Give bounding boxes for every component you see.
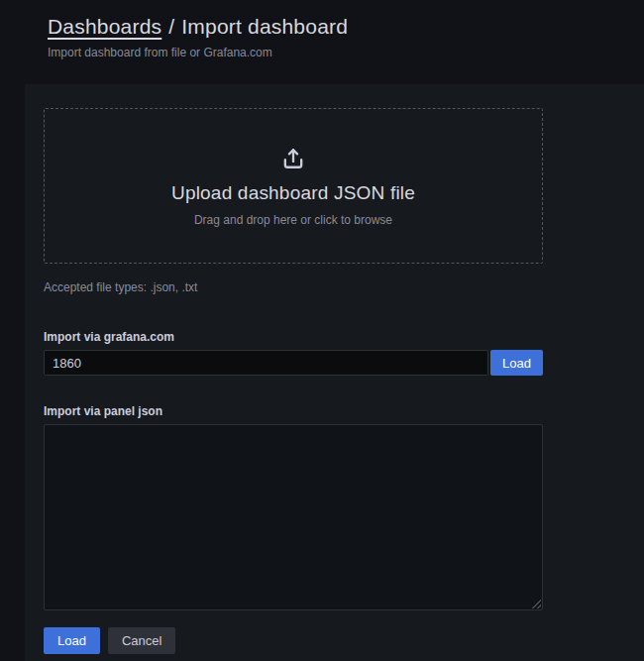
grafana-com-label: Import via grafana.com <box>44 330 543 344</box>
page-header: Dashboards/Import dashboard Import dashb… <box>0 0 644 84</box>
cancel-button[interactable]: Cancel <box>108 627 175 654</box>
page-subtitle: Import dashboard from file or Grafana.co… <box>48 46 644 59</box>
breadcrumb: Dashboards/Import dashboard <box>48 15 644 39</box>
dropzone-title: Upload dashboard JSON file <box>171 182 415 204</box>
breadcrumb-separator: / <box>168 15 174 38</box>
grafana-com-row: Load <box>44 350 543 376</box>
accepted-file-types: Accepted file types: .json, .txt <box>44 280 543 294</box>
panel-json-textarea-wrap <box>44 424 543 610</box>
panel-json-textarea[interactable] <box>44 424 543 610</box>
breadcrumb-dashboards-link[interactable]: Dashboards <box>48 15 161 38</box>
import-form: Upload dashboard JSON file Drag and drop… <box>44 108 543 654</box>
upload-icon <box>279 145 307 176</box>
form-actions: Load Cancel <box>44 627 543 654</box>
load-button[interactable]: Load <box>44 627 100 654</box>
page-title: Import dashboard <box>181 15 348 38</box>
import-via-panel-json-section: Import via panel json <box>44 404 543 610</box>
grafana-com-load-button[interactable]: Load <box>490 350 543 376</box>
content-panel: Upload dashboard JSON file Drag and drop… <box>25 84 644 661</box>
dropzone-hint: Drag and drop here or click to browse <box>194 213 392 227</box>
panel-json-label: Import via panel json <box>44 404 543 418</box>
upload-dropzone[interactable]: Upload dashboard JSON file Drag and drop… <box>44 108 543 264</box>
import-via-grafana-section: Import via grafana.com Load <box>44 330 543 376</box>
grafana-com-id-input[interactable] <box>44 350 488 376</box>
